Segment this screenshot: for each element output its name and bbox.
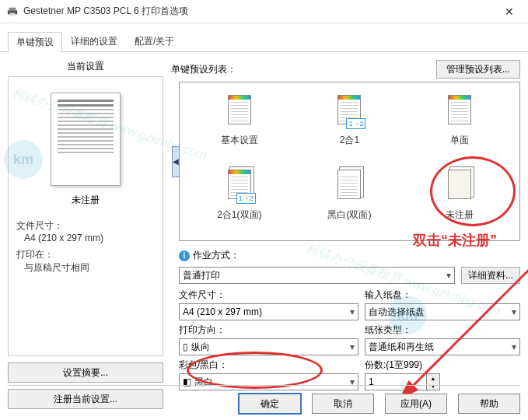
preview-box: 未注册 文件尺寸： A4 (210 x 297 mm) 打印在： 与原稿尺寸相同 [8, 76, 163, 356]
copies-label: 份数:(1至999) [365, 359, 422, 372]
portrait-icon: ▯ [183, 341, 188, 352]
current-settings-label: 当前设置 [8, 60, 163, 73]
preset-label: 2合1(双面) [217, 208, 261, 222]
cancel-button[interactable]: 取消 [312, 394, 374, 414]
job-type-label: 作业方式： [193, 249, 240, 262]
orientation-select[interactable]: ▯纵向▾ [179, 338, 358, 355]
settings-summary-button[interactable]: 设置摘要... [8, 362, 163, 383]
tray-select[interactable]: 自动选择纸盘▾ [365, 303, 520, 320]
svg-rect-2 [10, 12, 16, 16]
detail-button[interactable]: 详细资料... [461, 267, 520, 284]
spin-up[interactable]: ▲ [427, 374, 439, 382]
preset-single[interactable]: 单面 [407, 90, 512, 159]
ok-button[interactable]: 确定 [239, 394, 301, 414]
paper-type-select[interactable]: 普通纸和再生纸▾ [365, 338, 520, 355]
chevron-down-icon: ▾ [350, 306, 355, 317]
preset-label: 单面 [450, 134, 469, 147]
copies-input[interactable] [365, 373, 427, 390]
arrow-1-2-icon: 1→2 [346, 118, 365, 129]
preset-unregistered[interactable]: 未注册 [407, 165, 512, 233]
close-button[interactable]: ✕ [497, 5, 522, 18]
orientation-label: 打印方向： [179, 324, 226, 337]
tab-config[interactable]: 配置/关于 [126, 31, 183, 51]
preview-status: 未注册 [16, 194, 155, 207]
arrow-1-2-icon: 1→2 [236, 193, 256, 204]
tab-bar: 单键预设 详细的设置 配置/关于 [0, 26, 528, 52]
collapse-handle[interactable]: ◀ [172, 146, 180, 177]
preset-label: 2合1 [340, 134, 359, 147]
page-preview [51, 93, 121, 186]
preset-label: 未注册 [446, 208, 474, 222]
help-button[interactable]: 帮助 [458, 394, 520, 414]
preset-label: 黑白(双面) [327, 208, 371, 222]
preset-list-label: 单键预设列表： [171, 63, 436, 76]
copies-spinner[interactable]: ▲▼ [365, 373, 520, 390]
doc-size-select[interactable]: A4 (210 x 297 mm)▾ [179, 303, 358, 320]
preset-basic[interactable]: 基本设置 [187, 90, 292, 159]
print-on-label: 打印在： [16, 248, 155, 261]
chevron-down-icon: ▾ [350, 341, 355, 352]
color-mode-select[interactable]: ◧黑白▾ [179, 373, 358, 390]
manage-presets-button[interactable]: 管理预设列表... [436, 60, 520, 79]
info-icon: i [179, 250, 190, 261]
spin-down[interactable]: ▼ [427, 382, 439, 390]
job-type-select[interactable]: 普通打印▾ [179, 267, 455, 284]
printer-icon [6, 5, 19, 18]
svg-rect-0 [9, 7, 16, 10]
chevron-down-icon: ▾ [512, 341, 516, 352]
tray-label: 输入纸盘： [365, 289, 411, 302]
chevron-down-icon: ▾ [512, 306, 516, 317]
paper-type-label: 纸张类型： [365, 324, 411, 337]
register-settings-button[interactable]: 注册当前设置... [8, 389, 163, 409]
chevron-down-icon: ▾ [446, 270, 451, 281]
print-on-value: 与原稿尺寸相同 [24, 261, 155, 275]
color-mode-label: 彩色/黑白： [179, 359, 228, 372]
preset-2in1-duplex[interactable]: 1→2 2合1(双面) [187, 165, 292, 233]
preset-bw-duplex[interactable]: 黑白(双面) [298, 165, 402, 233]
window-title: Gestetner MP C3503 PCL 6 打印首选项 [23, 5, 497, 18]
doc-size-field-label: 文件尺寸： [179, 289, 226, 302]
preset-grid: ◀ 基本设置 1→2 2合1 单面 1→2 2合1(双面) 黑白(双面) [179, 82, 520, 241]
separator [8, 385, 520, 386]
doc-size-label: 文件尺寸： [16, 219, 155, 233]
tab-detail[interactable]: 详细的设置 [62, 31, 126, 51]
tab-preset[interactable]: 单键预设 [8, 32, 62, 52]
preset-label: 基本设置 [221, 134, 258, 147]
apply-button[interactable]: 应用(A) [385, 394, 447, 414]
doc-size-value: A4 (210 x 297 mm) [24, 233, 155, 243]
preset-2in1[interactable]: 1→2 2合1 [298, 90, 402, 159]
